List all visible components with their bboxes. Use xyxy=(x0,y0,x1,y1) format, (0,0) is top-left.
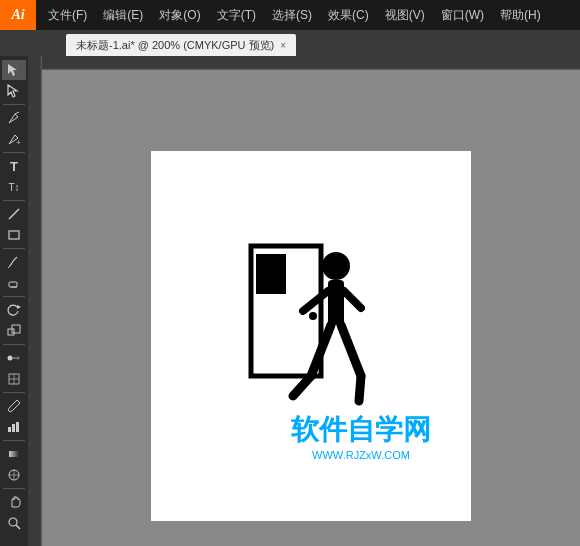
svg-rect-33 xyxy=(328,280,344,325)
svg-point-31 xyxy=(309,312,317,320)
blend-tool[interactable] xyxy=(2,348,26,368)
eyedropper-tool[interactable] xyxy=(2,396,26,416)
menu-window[interactable]: 窗口(W) xyxy=(433,0,492,30)
artboard: 软件自学网 WWW.RJZxW.COM xyxy=(151,151,471,521)
rect-tool[interactable] xyxy=(2,225,26,245)
menu-object[interactable]: 对象(O) xyxy=(151,0,208,30)
mesh-gradient-tool[interactable] xyxy=(2,465,26,485)
svg-rect-19 xyxy=(12,424,15,432)
svg-point-25 xyxy=(9,518,17,526)
svg-line-35 xyxy=(344,291,361,308)
bar-graph-tool[interactable] xyxy=(2,417,26,437)
tool-separator-5 xyxy=(3,296,25,297)
tool-separator-8 xyxy=(3,440,25,441)
tool-separator-2 xyxy=(3,152,25,153)
svg-rect-21 xyxy=(9,451,19,457)
svg-rect-30 xyxy=(256,254,286,294)
tool-separator-6 xyxy=(3,344,25,345)
tool-separator-7 xyxy=(3,392,25,393)
zoom-tool[interactable] xyxy=(2,513,26,533)
svg-line-37 xyxy=(293,376,311,396)
line-tool[interactable] xyxy=(2,204,26,224)
ai-logo: Ai xyxy=(0,0,36,30)
active-tab[interactable]: 未标题-1.ai* @ 200% (CMYK/GPU 预览) × xyxy=(66,34,296,56)
gradient-tool[interactable] xyxy=(2,444,26,464)
tool-separator-1 xyxy=(3,104,25,105)
svg-point-32 xyxy=(322,252,350,280)
mesh-tool[interactable] xyxy=(2,369,26,389)
rotate-tool[interactable] xyxy=(2,300,26,320)
hand-tool[interactable] xyxy=(2,492,26,512)
svg-rect-7 xyxy=(9,282,17,287)
menu-edit[interactable]: 编辑(E) xyxy=(95,0,151,30)
pen-tool[interactable] xyxy=(2,108,26,128)
svg-line-6 xyxy=(8,266,10,268)
menu-effect[interactable]: 效果(C) xyxy=(320,0,377,30)
canvas-area[interactable]: 软件自学网 WWW.RJZxW.COM xyxy=(42,70,580,546)
tool-separator-3 xyxy=(3,200,25,201)
menu-text[interactable]: 文字(T) xyxy=(209,0,264,30)
watermark-text-sub: WWW.RJZxW.COM xyxy=(291,449,431,461)
watermark: 软件自学网 WWW.RJZxW.COM xyxy=(291,411,431,461)
svg-rect-18 xyxy=(8,427,11,432)
pencil-tool[interactable] xyxy=(2,252,26,272)
menu-view[interactable]: 视图(V) xyxy=(377,0,433,30)
tab-label: 未标题-1.ai* @ 200% (CMYK/GPU 预览) xyxy=(76,38,274,53)
scale-tool[interactable] xyxy=(2,321,26,341)
svg-point-12 xyxy=(8,356,13,361)
watermark-text-main: 软件自学网 xyxy=(291,411,431,449)
svg-marker-0 xyxy=(8,64,17,76)
select-tool[interactable] xyxy=(2,60,26,80)
title-bar: Ai 文件(F) 编辑(E) 对象(O) 文字(T) 选择(S) 效果(C) 视… xyxy=(0,0,580,30)
type-tool[interactable]: T xyxy=(2,156,26,176)
svg-line-38 xyxy=(341,325,361,376)
svg-line-39 xyxy=(359,376,361,401)
main-area: + T T↕ xyxy=(0,56,580,546)
tool-separator-9 xyxy=(3,488,25,489)
svg-line-4 xyxy=(9,209,19,219)
type-vertical-tool[interactable]: T↕ xyxy=(2,177,26,197)
eraser-tool[interactable] xyxy=(2,273,26,293)
svg-point-13 xyxy=(17,357,20,360)
tab-close-button[interactable]: × xyxy=(280,40,286,51)
vertical-ruler xyxy=(28,56,42,546)
menu-file[interactable]: 文件(F) xyxy=(40,0,95,30)
add-anchor-tool[interactable]: + xyxy=(2,129,26,149)
tab-bar: 未标题-1.ai* @ 200% (CMYK/GPU 预览) × xyxy=(0,30,580,56)
svg-text:+: + xyxy=(16,138,21,146)
menu-select[interactable]: 选择(S) xyxy=(264,0,320,30)
door-person-icon xyxy=(231,236,391,436)
svg-marker-9 xyxy=(17,305,21,309)
tool-separator-4 xyxy=(3,248,25,249)
direct-select-tool[interactable] xyxy=(2,81,26,101)
svg-line-26 xyxy=(16,525,20,529)
toolbar: + T T↕ xyxy=(0,56,28,546)
svg-line-2 xyxy=(15,112,19,114)
svg-rect-10 xyxy=(8,329,14,335)
svg-rect-20 xyxy=(16,422,19,432)
svg-marker-1 xyxy=(8,85,17,97)
menu-help[interactable]: 帮助(H) xyxy=(492,0,549,30)
menu-bar: 文件(F) 编辑(E) 对象(O) 文字(T) 选择(S) 效果(C) 视图(V… xyxy=(36,0,553,30)
horizontal-ruler xyxy=(42,56,580,70)
svg-rect-5 xyxy=(9,231,19,239)
svg-line-34 xyxy=(303,291,328,311)
